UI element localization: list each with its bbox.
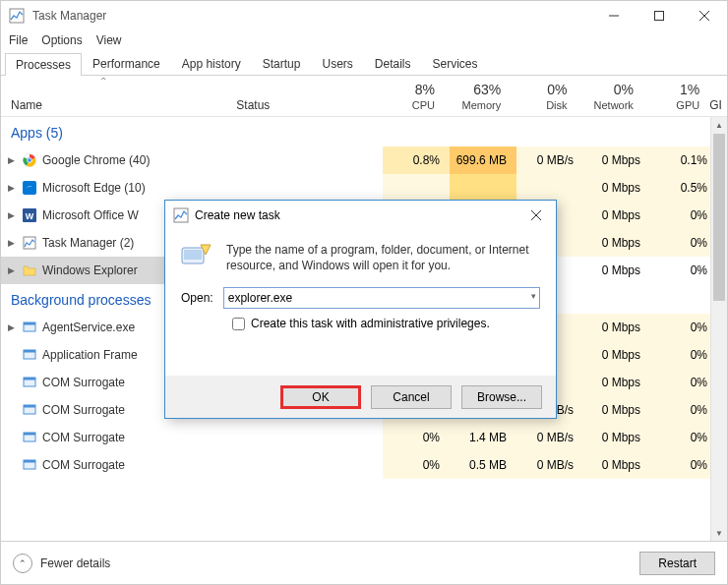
- scroll-thumb[interactable]: [713, 134, 725, 301]
- chrome-icon: [21, 152, 38, 168]
- cell-gpu: 0.1%: [650, 146, 717, 174]
- svg-rect-17: [24, 378, 35, 380]
- close-button[interactable]: [682, 1, 727, 30]
- col-disk[interactable]: 0%Disk: [511, 76, 576, 116]
- open-combobox[interactable]: ▾: [223, 287, 540, 309]
- open-input[interactable]: [223, 287, 540, 309]
- menu-options[interactable]: Options: [41, 33, 82, 47]
- cell-gpu: 0%: [650, 202, 717, 229]
- svg-rect-8: [23, 181, 36, 195]
- expand-icon[interactable]: ▶: [1, 238, 21, 248]
- cell-network: 0 Mbps: [583, 424, 650, 451]
- tab-processes[interactable]: Processes: [5, 53, 82, 76]
- cell-network: 0 Mbps: [583, 341, 650, 369]
- cell-gpu: 0%: [650, 451, 717, 479]
- cell-gpu: 0%: [650, 257, 717, 284]
- app-icon: [21, 402, 38, 418]
- tab-app-history[interactable]: App history: [171, 52, 252, 75]
- tab-startup[interactable]: Startup: [252, 52, 312, 75]
- menu-view[interactable]: View: [96, 33, 122, 47]
- col-extra[interactable]: GI: [709, 76, 727, 116]
- title-bar: Task Manager: [1, 1, 727, 30]
- tab-users[interactable]: Users: [311, 52, 363, 75]
- tab-services[interactable]: Services: [422, 52, 489, 75]
- window-title: Task Manager: [32, 9, 591, 23]
- cell-gpu: 0%: [650, 424, 717, 451]
- cell-network: 0 Mbps: [583, 146, 650, 174]
- cell-disk: [516, 174, 583, 202]
- svg-rect-15: [24, 350, 35, 353]
- cell-memory: 1.4 MB: [450, 424, 516, 451]
- tab-details[interactable]: Details: [364, 52, 422, 75]
- svg-rect-0: [10, 9, 24, 23]
- minimize-button[interactable]: [591, 1, 637, 30]
- explorer-icon: [21, 263, 38, 278]
- dialog-title-bar[interactable]: Create new task: [165, 201, 556, 230]
- cell-network: 0 Mbps: [583, 451, 650, 479]
- cell-network: 0 Mbps: [583, 396, 650, 424]
- cell-gpu: 0%: [650, 314, 717, 341]
- cell-gpu: 0%: [650, 229, 717, 257]
- app-icon: [21, 457, 38, 473]
- cell-cpu: 0%: [383, 451, 450, 479]
- expand-icon[interactable]: ▶: [1, 322, 21, 332]
- expand-icon[interactable]: ▶: [1, 210, 21, 220]
- cell-disk: 0 MB/s: [516, 424, 583, 451]
- group-apps: Apps (5): [1, 117, 727, 146]
- tm-icon: [21, 235, 38, 251]
- svg-point-7: [28, 158, 32, 163]
- tab-strip: Processes Performance App history Startu…: [1, 52, 727, 76]
- svg-rect-24: [174, 208, 188, 222]
- ok-button[interactable]: OK: [280, 385, 361, 409]
- fewer-details-button[interactable]: ⌃ Fewer details: [13, 554, 110, 573]
- open-label: Open:: [181, 291, 213, 305]
- col-name[interactable]: Name⌃: [1, 76, 232, 116]
- dialog-description: Type the name of a program, folder, docu…: [226, 242, 540, 273]
- expand-icon[interactable]: ▶: [1, 265, 21, 275]
- cell-gpu: 0%: [650, 396, 717, 424]
- process-row[interactable]: COM Surrogate0%1.4 MB0 MB/s0 Mbps0%: [1, 424, 727, 451]
- run-icon: [181, 242, 212, 269]
- cell-network: 0 Mbps: [583, 369, 650, 396]
- fewer-details-label: Fewer details: [40, 556, 110, 570]
- col-cpu[interactable]: 8%CPU: [379, 76, 445, 116]
- cell-network: 0 Mbps: [583, 174, 650, 202]
- col-status[interactable]: Status: [232, 76, 378, 116]
- task-manager-icon: [9, 8, 25, 24]
- process-row[interactable]: COM Surrogate0%0.5 MB0 MB/s0 Mbps0%: [1, 451, 727, 479]
- chevron-up-icon: ⌃: [13, 554, 32, 573]
- process-name: COM Surrogate: [38, 458, 383, 472]
- browse-button[interactable]: Browse...: [461, 385, 542, 409]
- cell-cpu: 0.8%: [383, 146, 450, 174]
- cell-cpu: [383, 174, 450, 202]
- admin-checkbox[interactable]: [232, 318, 245, 330]
- svg-rect-21: [24, 433, 35, 436]
- tab-performance[interactable]: Performance: [82, 52, 171, 75]
- restart-button[interactable]: Restart: [639, 552, 715, 575]
- cell-gpu: 0.5%: [650, 174, 717, 202]
- cell-network: 0 Mbps: [583, 257, 650, 284]
- col-gpu[interactable]: 1%GPU: [643, 76, 709, 116]
- footer-bar: ⌃ Fewer details Restart: [1, 541, 727, 584]
- menu-bar: File Options View: [1, 30, 727, 50]
- dialog-title: Create new task: [195, 208, 516, 222]
- cancel-button[interactable]: Cancel: [371, 385, 452, 409]
- process-row[interactable]: ▶Google Chrome (40)0.8%699.6 MB0 MB/s0 M…: [1, 146, 727, 174]
- dialog-close-button[interactable]: [516, 201, 556, 230]
- menu-file[interactable]: File: [9, 33, 28, 47]
- maximize-button[interactable]: [637, 1, 682, 30]
- svg-rect-11: [24, 237, 35, 249]
- vertical-scrollbar[interactable]: ▲ ▼: [710, 117, 727, 542]
- cell-network: 0 Mbps: [583, 202, 650, 229]
- scroll-up-icon[interactable]: ▲: [711, 117, 727, 134]
- col-memory[interactable]: 63%Memory: [445, 76, 511, 116]
- svg-rect-28: [184, 250, 202, 260]
- admin-label: Create this task with administrative pri…: [251, 317, 490, 330]
- process-row[interactable]: ▶Microsoft Edge (10)0 Mbps0.5%: [1, 174, 727, 202]
- dropdown-icon[interactable]: ▾: [531, 291, 536, 301]
- expand-icon[interactable]: ▶: [1, 183, 21, 193]
- cell-disk: 0 MB/s: [516, 146, 583, 174]
- expand-icon[interactable]: ▶: [1, 155, 21, 165]
- scroll-down-icon[interactable]: ▼: [711, 525, 727, 542]
- col-network[interactable]: 0%Network: [577, 76, 643, 116]
